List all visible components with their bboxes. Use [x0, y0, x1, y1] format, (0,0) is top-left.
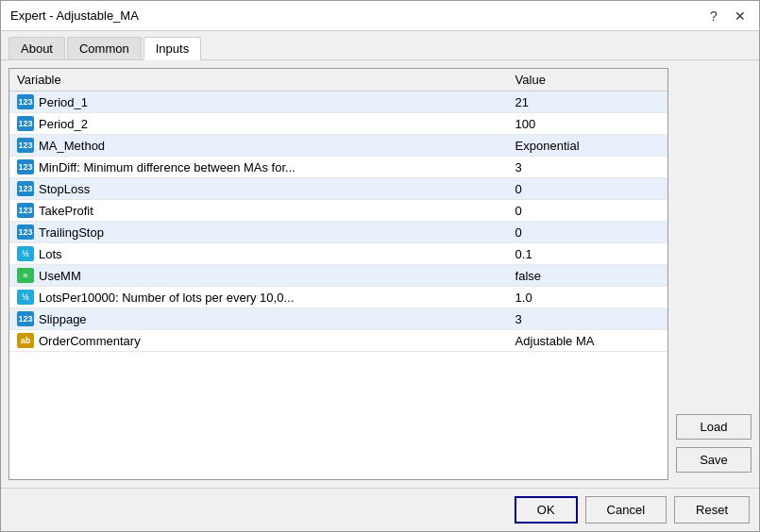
type-icon: 123 [17, 203, 34, 218]
value-cell: Adjustable MA [508, 330, 667, 352]
variable-name: TrailingStop [39, 225, 104, 240]
variable-name: Period_1 [39, 95, 88, 109]
value-cell: false [508, 265, 667, 287]
variable-name: MinDiff: Minimum difference between MAs … [39, 160, 296, 175]
ok-button[interactable]: OK [515, 496, 578, 524]
type-icon: 123 [17, 181, 34, 196]
type-icon: 123 [17, 138, 34, 153]
table-row[interactable]: 123StopLoss0 [9, 178, 667, 200]
table-row[interactable]: 123TakeProfit0 [9, 200, 667, 222]
value-cell: 0 [508, 178, 667, 200]
value-cell: 3 [508, 157, 667, 178]
type-icon: ½ [17, 290, 34, 305]
variable-cell: 123TakeProfit [9, 200, 508, 222]
value-cell: 100 [508, 113, 667, 135]
value-cell: 3 [508, 308, 667, 330]
value-cell: 0.1 [508, 243, 667, 265]
table-row[interactable]: ≈UseMMfalse [9, 265, 667, 287]
type-icon: ≈ [17, 268, 34, 283]
table-row[interactable]: 123MinDiff: Minimum difference between M… [9, 157, 667, 178]
footer: OK Cancel Reset [1, 488, 759, 531]
value-cell: 0 [508, 222, 667, 243]
variable-name: Lots [39, 247, 62, 261]
title-bar: Expert - Adjustable_MA ? ✕ [1, 1, 759, 31]
reset-button[interactable]: Reset [674, 496, 750, 524]
variable-cell: 123MA_Method [9, 135, 508, 157]
variable-cell: 123Slippage [9, 308, 508, 330]
side-buttons: Load Save [676, 68, 752, 480]
variable-cell: 123MinDiff: Minimum difference between M… [9, 157, 508, 178]
dialog-title: Expert - Adjustable_MA [10, 8, 139, 23]
table-row[interactable]: abOrderCommentaryAdjustable MA [9, 330, 667, 352]
tab-inputs[interactable]: Inputs [144, 37, 201, 60]
value-cell: Exponential [508, 135, 667, 157]
tab-bar: About Common Inputs [1, 31, 759, 60]
variable-cell: ½LotsPer10000: Number of lots per every … [9, 287, 508, 308]
save-button[interactable]: Save [676, 447, 752, 473]
tab-common[interactable]: Common [67, 37, 142, 59]
variable-name: LotsPer10000: Number of lots per every 1… [39, 291, 294, 305]
title-bar-controls: ? ✕ [704, 7, 750, 25]
load-button[interactable]: Load [676, 414, 752, 440]
variable-cell: 123Period_2 [9, 113, 508, 135]
inputs-table: Variable Value 123Period_121123Period_21… [9, 69, 667, 352]
variable-cell: ≈UseMM [9, 265, 508, 287]
value-cell: 21 [508, 91, 667, 113]
variable-name: Period_2 [39, 117, 88, 131]
variable-cell: abOrderCommentary [9, 330, 508, 352]
variable-name: UseMM [39, 269, 81, 283]
type-icon: 123 [17, 116, 34, 131]
cancel-button[interactable]: Cancel [585, 496, 667, 524]
content-area: Variable Value 123Period_121123Period_21… [1, 60, 759, 488]
variable-name: Slippage [39, 312, 87, 326]
type-icon: 123 [17, 224, 34, 240]
table-row[interactable]: 123Period_2100 [9, 113, 667, 135]
value-cell: 0 [508, 200, 667, 222]
tab-about[interactable]: About [8, 37, 65, 59]
col-header-variable: Variable [9, 69, 508, 91]
close-button[interactable]: ✕ [731, 7, 750, 25]
variable-cell: 123TrailingStop [9, 222, 508, 243]
variable-name: TakeProfit [39, 204, 93, 218]
value-cell: 1.0 [508, 287, 667, 308]
help-button[interactable]: ? [704, 7, 723, 25]
col-header-value: Value [508, 69, 667, 91]
dialog-window: Expert - Adjustable_MA ? ✕ About Common … [0, 0, 760, 532]
variable-cell: 123Period_1 [9, 91, 508, 113]
type-icon: 123 [17, 159, 34, 175]
variable-name: MA_Method [39, 139, 105, 153]
variable-name: StopLoss [39, 182, 90, 196]
variable-cell: 123StopLoss [9, 178, 508, 200]
table-row[interactable]: 123Period_121 [9, 91, 667, 113]
table-row[interactable]: ½Lots0.1 [9, 243, 667, 265]
variable-name: OrderCommentary [39, 334, 141, 348]
table-row[interactable]: ½LotsPer10000: Number of lots per every … [9, 287, 667, 308]
variable-cell: ½Lots [9, 243, 508, 265]
table-row[interactable]: 123MA_MethodExponential [9, 135, 667, 157]
type-icon: ½ [17, 246, 34, 261]
type-icon: 123 [17, 94, 34, 109]
table-row[interactable]: 123TrailingStop0 [9, 222, 667, 243]
type-icon: ab [17, 333, 34, 348]
type-icon: 123 [17, 311, 34, 326]
table-row[interactable]: 123Slippage3 [9, 308, 667, 330]
inputs-table-container: Variable Value 123Period_121123Period_21… [8, 68, 668, 480]
